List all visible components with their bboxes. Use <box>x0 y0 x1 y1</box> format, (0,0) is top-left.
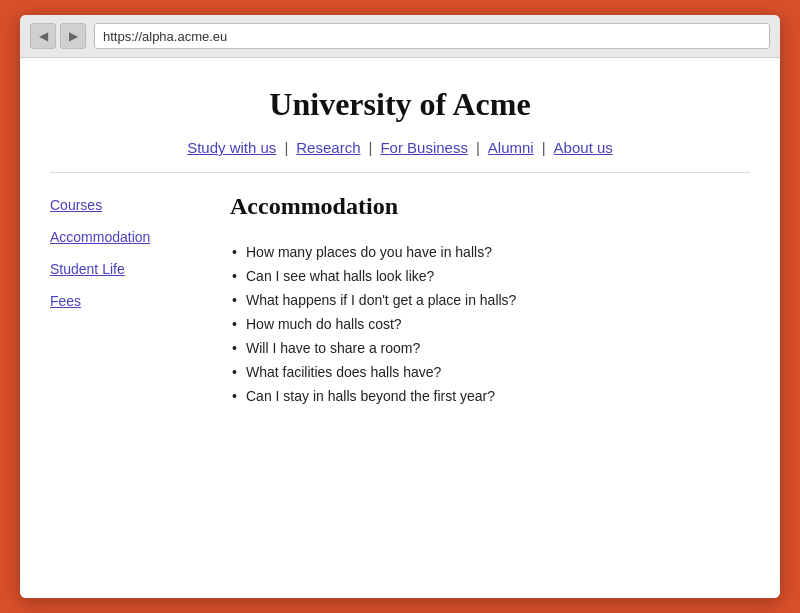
content-area: Courses Accommodation Student Life Fees … <box>20 173 780 442</box>
sidebar-item-accommodation[interactable]: Accommodation <box>50 229 200 245</box>
nav-about-us[interactable]: About us <box>554 139 613 156</box>
list-item: Can I see what halls look like? <box>230 268 750 284</box>
browser-toolbar: ◀ ▶ https://alpha.acme.eu <box>20 15 780 58</box>
nav-for-business[interactable]: For Business <box>380 139 468 156</box>
page-heading: Accommodation <box>230 193 750 220</box>
site-header: University of Acme Study with us | Resea… <box>20 58 780 172</box>
main-content: Accommodation How many places do you hav… <box>220 193 750 412</box>
sidebar: Courses Accommodation Student Life Fees <box>50 193 200 412</box>
list-item: How much do halls cost? <box>230 316 750 332</box>
list-item: Will I have to share a room? <box>230 340 750 356</box>
sidebar-item-courses[interactable]: Courses <box>50 197 200 213</box>
list-item: How many places do you have in halls? <box>230 244 750 260</box>
main-nav: Study with us | Research | For Business … <box>40 139 760 156</box>
nav-research[interactable]: Research <box>296 139 360 156</box>
nav-alumni[interactable]: Alumni <box>488 139 534 156</box>
list-item: What facilities does halls have? <box>230 364 750 380</box>
list-item: What happens if I don't get a place in h… <box>230 292 750 308</box>
forward-button[interactable]: ▶ <box>60 23 86 49</box>
sidebar-item-student-life[interactable]: Student Life <box>50 261 200 277</box>
browser-window: ◀ ▶ https://alpha.acme.eu University of … <box>20 15 780 598</box>
nav-separator-1: | <box>284 139 288 156</box>
list-item: Can I stay in halls beyond the first yea… <box>230 388 750 404</box>
sidebar-item-fees[interactable]: Fees <box>50 293 200 309</box>
site-title: University of Acme <box>40 86 760 123</box>
nav-buttons: ◀ ▶ <box>30 23 86 49</box>
nav-separator-4: | <box>542 139 546 156</box>
nav-study-with-us[interactable]: Study with us <box>187 139 276 156</box>
nav-separator-3: | <box>476 139 480 156</box>
nav-separator-2: | <box>368 139 372 156</box>
browser-content: University of Acme Study with us | Resea… <box>20 58 780 598</box>
address-bar[interactable]: https://alpha.acme.eu <box>94 23 770 49</box>
back-button[interactable]: ◀ <box>30 23 56 49</box>
faq-list: How many places do you have in halls? Ca… <box>230 244 750 404</box>
